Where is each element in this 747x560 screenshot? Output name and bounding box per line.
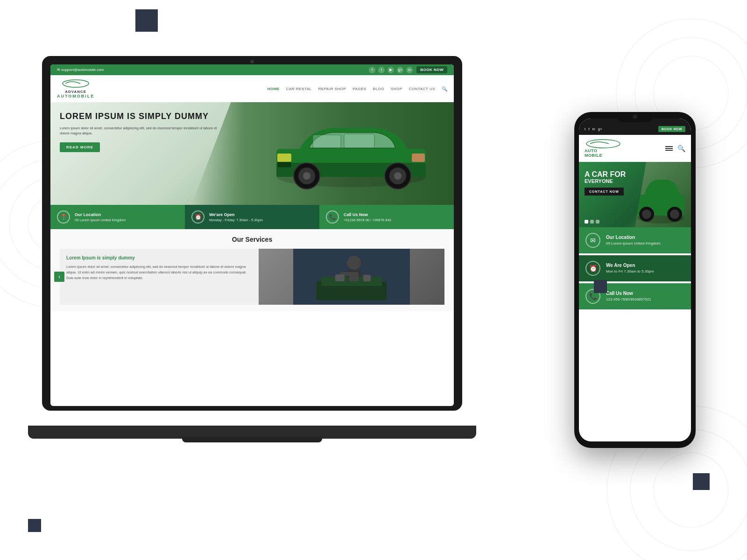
hero-description: Lorem ipsum dolor sit amet, consectetur … xyxy=(60,126,218,136)
location-icon: 📍 xyxy=(57,210,70,224)
deco-square-4 xyxy=(693,473,710,490)
nav-shop[interactable]: SHOP xyxy=(391,87,402,91)
topbar-right: f t ▶ g+ in BOOK NOW xyxy=(369,66,447,73)
ham-line-3 xyxy=(665,150,673,151)
phone-logo-mobile: MOBILE xyxy=(585,154,602,158)
svg-point-18 xyxy=(303,172,310,180)
phone-social-icons: t f in g+ xyxy=(585,127,602,131)
site-hero: LOREM IPSUM IS SIMPLY DUMMY Lorem ipsum … xyxy=(50,102,454,205)
phone-hero-car xyxy=(635,162,691,227)
phone-location-title: Our Location xyxy=(606,235,661,240)
phone-location-text: Our Location 09 Lorem ipsum United Kingd… xyxy=(606,235,661,246)
info-card-phone-text: Call Us Now +01234-5678-90 / +09876-543 xyxy=(344,212,391,222)
phone-title: Call Us Now xyxy=(344,212,391,217)
logo-car-icon xyxy=(62,79,90,90)
svg-point-39 xyxy=(642,210,651,219)
deco-square-3 xyxy=(594,280,607,293)
linkedin-icon: in xyxy=(406,67,413,73)
laptop-base xyxy=(28,426,476,439)
nav-search-icon[interactable]: 🔍 xyxy=(442,86,447,91)
phone-hero-text: A CAR FOR EVERYONE CONTACT NOW xyxy=(585,170,626,196)
services-content: ‹ Lorem Ipsum is simply dummy Lorem ipsu… xyxy=(60,249,444,305)
svg-rect-32 xyxy=(349,273,359,281)
phone-phone-title: Call Us Now xyxy=(606,291,651,296)
phone-hamburger-menu[interactable] xyxy=(665,146,673,151)
services-section: Our Services ‹ Lorem Ipsum is simply dum… xyxy=(50,229,454,311)
phone-logo-icon xyxy=(585,139,622,149)
svg-rect-14 xyxy=(313,135,341,148)
clock-icon: ⏰ xyxy=(191,210,204,224)
phone-twitter-icon: t xyxy=(585,127,585,131)
phone-info-card-hours: ⏰ We Are Open Mon to Fri 7.30am to 5.30p… xyxy=(579,255,691,281)
services-prev-button[interactable]: ‹ xyxy=(54,272,64,282)
phone-icon: 📞 xyxy=(326,210,339,224)
site-logo: ADVANCE AUTOMOBILE xyxy=(57,79,94,98)
youtube-icon: ▶ xyxy=(388,67,394,73)
phone-subtitle: +01234-5678-90 / +09876-543 xyxy=(344,218,391,222)
info-card-location: 📍 Our Location 09 Lorem ipsum United Kin… xyxy=(50,205,185,229)
services-subtitle: Lorem Ipsum is simply dummy xyxy=(66,255,252,260)
info-cards-row: 📍 Our Location 09 Lorem ipsum United Kin… xyxy=(50,205,454,229)
phone-phone-text: Call Us Now 123-456-7890/9639857521 xyxy=(606,291,651,302)
social-icons: f t ▶ g+ in xyxy=(369,67,413,73)
svg-rect-22 xyxy=(277,154,291,162)
laptop-body: ✉ support@automobile.com f t ▶ g+ in BOO… xyxy=(42,56,462,411)
topbar-email: ✉ support@automobile.com xyxy=(57,68,104,72)
phone-googleplus-icon: g+ xyxy=(598,127,602,131)
svg-point-10 xyxy=(63,80,89,87)
phone-menu-icons: 🔍 xyxy=(665,145,685,152)
laptop-foot xyxy=(182,437,322,442)
phone-hours-subtitle: Mon to Fri 7.30am to 5.30pm xyxy=(606,269,654,274)
nav-contact[interactable]: CONTACT US xyxy=(409,87,435,91)
ham-line-1 xyxy=(665,146,673,147)
info-card-hours: ⏰ We'are Open Monday - Friday: 7.30am - … xyxy=(185,205,319,229)
hero-car-illustration xyxy=(262,107,440,196)
nav-home[interactable]: HOME xyxy=(268,87,280,91)
nav-repair-shop[interactable]: REPAIR SHOP xyxy=(318,87,346,91)
carousel-dot-1[interactable] xyxy=(585,220,588,224)
phone-hours-text: We Are Open Mon to Fri 7.30am to 5.30pm xyxy=(606,263,654,274)
phone-search-icon[interactable]: 🔍 xyxy=(677,145,685,152)
svg-point-26 xyxy=(347,256,361,270)
hero-title: LOREM IPSUM IS SIMPLY DUMMY xyxy=(60,112,218,122)
nav-car-rental[interactable]: CAR RENTAL xyxy=(286,87,312,91)
svg-rect-15 xyxy=(344,134,374,148)
phone-hero: A CAR FOR EVERYONE CONTACT NOW xyxy=(579,162,691,227)
phone-linkedin-icon: in xyxy=(592,127,595,131)
logo-advance-text: ADVANCE xyxy=(65,90,86,94)
site-nav-links: HOME CAR RENTAL REPAIR SHOP PAGES BLOG S… xyxy=(268,86,447,91)
services-right-panel xyxy=(259,249,444,305)
deco-square-2 xyxy=(28,519,41,532)
svg-rect-31 xyxy=(335,274,345,281)
services-left-panel: ‹ Lorem Ipsum is simply dummy Lorem ipsu… xyxy=(60,249,259,305)
location-subtitle: 09 Lorem ipsum United Kingdom xyxy=(75,218,126,222)
svg-rect-24 xyxy=(277,162,291,168)
mechanic-illustration xyxy=(259,249,444,305)
site-topbar: ✉ support@automobile.com f t ▶ g+ in BOO… xyxy=(50,64,454,75)
ham-line-2 xyxy=(665,148,673,149)
info-card-phone: 📞 Call Us Now +01234-5678-90 / +09876-54… xyxy=(319,205,454,229)
phone-facebook-icon: f xyxy=(588,127,589,131)
hours-subtitle: Monday - Friday: 7.30am - 5.30pm xyxy=(209,218,263,222)
svg-point-9 xyxy=(654,453,728,527)
svg-point-34 xyxy=(586,140,620,148)
hero-read-more-button[interactable]: READ MORE xyxy=(60,142,100,152)
hero-content: LOREM IPSUM IS SIMPLY DUMMY Lorem ipsum … xyxy=(60,112,218,152)
carousel-dot-3[interactable] xyxy=(596,220,599,224)
phone-book-now-button[interactable]: BOOK NOW xyxy=(658,126,685,132)
twitter-icon: t xyxy=(378,67,385,73)
laptop-camera xyxy=(250,60,254,63)
facebook-icon: f xyxy=(369,67,375,73)
book-now-button[interactable]: BOOK NOW xyxy=(416,66,447,73)
location-title: Our Location xyxy=(75,212,126,217)
phone-mockup: t f in g+ BOOK NOW AUTO MOBILE xyxy=(574,112,696,448)
phone-contact-now-button[interactable]: CONTACT NOW xyxy=(585,188,624,196)
phone-notch xyxy=(616,112,654,122)
nav-pages[interactable]: PAGES xyxy=(352,87,366,91)
phone-hours-title: We Are Open xyxy=(606,263,654,268)
carousel-dot-2[interactable] xyxy=(590,220,594,224)
nav-blog[interactable]: BLOG xyxy=(373,87,384,91)
svg-point-21 xyxy=(394,172,402,180)
laptop-mockup: ✉ support@automobile.com f t ▶ g+ in BOO… xyxy=(42,56,462,439)
phone-camera xyxy=(633,114,637,119)
